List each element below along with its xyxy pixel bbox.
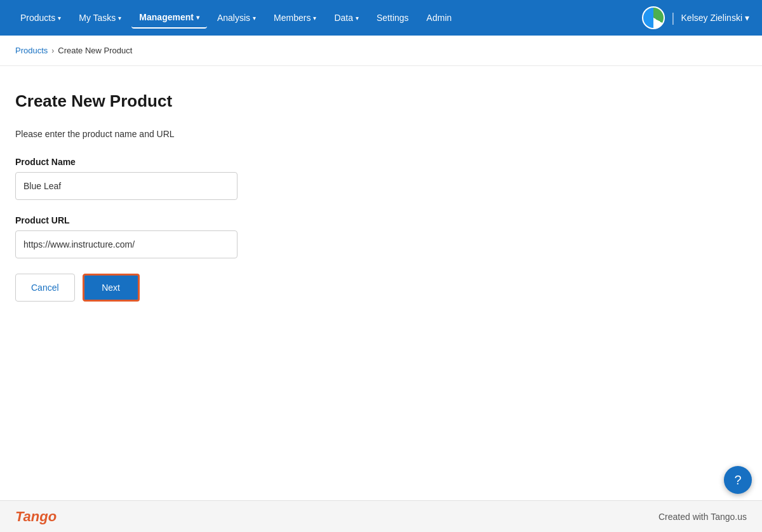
user-menu[interactable]: Kelsey Zielinski ▾ — [681, 13, 749, 23]
navbar: Products ▾ My Tasks ▾ Management ▾ Analy… — [0, 0, 762, 36]
chevron-down-icon: ▾ — [313, 15, 316, 22]
nav-label-analysis: Analysis — [217, 13, 250, 23]
nav-label-products: Products — [20, 13, 55, 23]
nav-item-admin[interactable]: Admin — [419, 8, 460, 28]
product-name-label: Product Name — [15, 157, 747, 167]
nav-label-data: Data — [334, 13, 353, 23]
footer: Tango Created with Tango.us — [0, 500, 762, 532]
chevron-down-icon: ▾ — [253, 15, 256, 22]
cancel-button[interactable]: Cancel — [15, 274, 75, 302]
nav-label-mytasks: My Tasks — [79, 13, 116, 23]
nav-divider: | — [671, 11, 674, 25]
nav-item-data[interactable]: Data ▾ — [326, 8, 366, 28]
breadcrumb-current: Create New Product — [58, 46, 132, 55]
product-url-label: Product URL — [15, 215, 747, 225]
chevron-down-icon: ▾ — [58, 15, 61, 22]
chevron-down-icon: ▾ — [118, 15, 121, 22]
tango-logo: Tango — [15, 509, 57, 525]
avatar — [642, 6, 665, 29]
nav-item-mytasks[interactable]: My Tasks ▾ — [71, 8, 129, 28]
main-content: Create New Product Please enter the prod… — [0, 66, 762, 327]
avatar-container — [642, 6, 665, 29]
footer-tagline: Created with Tango.us — [658, 512, 747, 522]
product-url-input[interactable] — [15, 230, 237, 258]
product-name-group: Product Name — [15, 157, 747, 200]
product-url-group: Product URL — [15, 215, 747, 258]
breadcrumb-separator: › — [51, 46, 54, 55]
user-name-label: Kelsey Zielinski — [681, 13, 742, 23]
nav-label-members: Members — [274, 13, 311, 23]
nav-left: Products ▾ My Tasks ▾ Management ▾ Analy… — [13, 7, 459, 29]
form-subtitle: Please enter the product name and URL — [15, 129, 747, 139]
breadcrumb-products-link[interactable]: Products — [15, 46, 48, 55]
page-title: Create New Product — [15, 91, 747, 111]
help-bubble[interactable]: ? — [724, 466, 752, 494]
chevron-down-icon: ▾ — [196, 14, 199, 21]
help-icon: ? — [734, 473, 741, 488]
nav-label-admin: Admin — [427, 13, 452, 23]
nav-item-products[interactable]: Products ▾ — [13, 8, 69, 28]
next-button[interactable]: Next — [83, 274, 140, 302]
user-chevron-icon: ▾ — [745, 13, 749, 23]
nav-label-management: Management — [139, 12, 194, 22]
nav-item-settings[interactable]: Settings — [369, 8, 417, 28]
nav-item-management[interactable]: Management ▾ — [131, 7, 207, 29]
nav-item-analysis[interactable]: Analysis ▾ — [210, 8, 264, 28]
chevron-down-icon: ▾ — [356, 15, 359, 22]
product-name-input[interactable] — [15, 172, 237, 200]
nav-item-members[interactable]: Members ▾ — [266, 8, 324, 28]
nav-label-settings: Settings — [377, 13, 409, 23]
breadcrumb: Products › Create New Product — [0, 36, 762, 66]
button-row: Cancel Next — [15, 274, 747, 302]
nav-right: | Kelsey Zielinski ▾ — [642, 6, 749, 29]
